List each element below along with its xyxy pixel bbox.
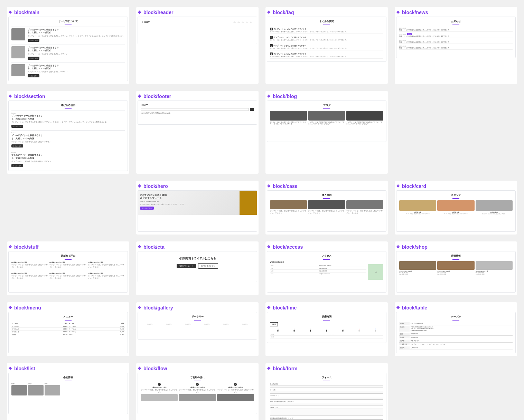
block-header-item[interactable]: ❖ block/header UIKIT ataratarataratarata… xyxy=(136,7,259,84)
block-card-label: ❖ block/stuff xyxy=(7,241,129,251)
block-time-label: ❖ block/time xyxy=(265,302,388,312)
block-access-preview: アクセス WEB-UIKIT本町店 住所〒123-0000 大阪市... TEL… xyxy=(267,251,386,293)
block-case-item[interactable]: ❖ block/case 導入事例 テンプレートは、初心者でも使える易しいデザイ… xyxy=(265,181,388,235)
block-time-preview: 診療時間 UIKIT 月 火 水 木 金 土 日 xyxy=(267,312,386,343)
block-flow-label: ❖ block/flow xyxy=(136,363,259,373)
block-cta-item[interactable]: ❖ block/cta 7日間無料トライアルはこちら 資料ダウンロード お問合せ… xyxy=(136,241,259,295)
block-card-preview: 選ばれる理由 01.最適なターゲット設定 テンプレートは、初心者でも使える易しい… xyxy=(8,251,128,293)
block-form-label: ❖ block/form xyxy=(265,363,388,373)
block-stuff-label: ❖ block/card xyxy=(395,181,517,190)
block-news-item[interactable]: ❖ block/news お知らせ 2020.00.00 情報・サービスの情報の… xyxy=(395,7,517,84)
diamond-icon: ❖ xyxy=(8,10,12,15)
block-main-item[interactable]: ❖ block/main サービスについて プロのデザイナーに依頼するよりも、大… xyxy=(7,7,129,84)
block-section-item[interactable]: ❖ block/section 選ばれる理由 feature. プロのデザイナー… xyxy=(7,91,129,174)
block-list-preview: 会社情報 情報1 情報2 情報3 xyxy=(8,373,128,414)
block-time-item[interactable]: ❖ block/time 診療時間 UIKIT 月 火 水 木 金 土 xyxy=(265,302,388,356)
block-blog-preview: ブログ テンプレートは、初心者でも使える易しいデザイン、テキスト、タイプ、デザイ… xyxy=(267,101,386,142)
block-header-preview: UIKIT atarataratarataratar xyxy=(138,17,257,44)
block-flow-preview: ご利用の流れ 1 1.最適なターゲット設定 テンプレートは、初心者でも使える易し… xyxy=(138,373,257,414)
block-form-preview: フォーム お名前(必須) ふりがな メールアドレス お問い合わせ内容を選択してく… xyxy=(267,373,386,420)
block-menu-item[interactable]: ❖ block/menu メニュー メニュー 税込 メニュー 税込 アイテム名¥… xyxy=(7,302,129,356)
block-shop-preview: 店舗情報 スーパーUIキット店 TEL: 012-345-678営業: 00:0… xyxy=(396,251,516,293)
block-menu-label: ❖ block/menu xyxy=(7,302,129,312)
block-hero-item[interactable]: ❖ block/hero あなたのビジネスを成功させるテンプレート HTML5/… xyxy=(136,181,259,235)
block-gallery-preview: ギャラリー LOGO LOGO LOGO LOGO LOGO LOGO xyxy=(138,312,257,340)
block-header-label: ❖ block/header xyxy=(136,7,259,17)
block-hero-label: ❖ block/hero xyxy=(136,181,259,190)
block-section-preview: 選ばれる理由 feature. プロのデザイナーに依頼するよりも、大幅にコストを… xyxy=(8,101,128,171)
block-blog-label: ❖ block/blog xyxy=(265,91,388,101)
block-footer-item[interactable]: ❖ block/footer UIKIT copyright © UIKIT A… xyxy=(136,91,259,174)
block-case-label: ❖ block/case xyxy=(265,181,388,190)
block-faq-preview: よくある質問 Q テンプレートはどのように使うのですか？ テンプレートは、初心者… xyxy=(267,17,386,62)
block-cta-label: ❖ block/cta xyxy=(136,241,259,251)
block-hero-preview: あなたのビジネスを成功させるテンプレート HTML5/CSS EASY TEMP… xyxy=(138,190,257,232)
block-list-label: ❖ block/list xyxy=(7,363,129,373)
block-table-preview: テーブル 会社名 ウェブ・UI株式会社 所在地 〒123-0000 大阪市〇〇区… xyxy=(396,312,516,353)
block-news-label: ❖ block/news xyxy=(395,7,517,17)
block-section-label: ❖ block/section xyxy=(7,91,129,101)
block-table-label: ❖ block/table xyxy=(395,302,517,312)
block-access-item[interactable]: ❖ block/access アクセス WEB-UIKIT本町店 住所〒123-… xyxy=(265,241,388,295)
block-gallery-item[interactable]: ❖ block/gallery ギャラリー LOGO LOGO LOGO LOG… xyxy=(136,302,259,356)
block-footer-label: ❖ block/footer xyxy=(136,91,259,101)
block-stuff-item[interactable]: ❖ block/card スタッフ ui社名 名前 テンプレートは、初心者でも使… xyxy=(395,181,517,235)
block-access-label: ❖ block/access xyxy=(265,241,388,251)
block-shop-item[interactable]: ❖ block/shop 店舗情報 スーパーUIキット店 TEL: 012-34… xyxy=(395,241,517,295)
block-card-item[interactable]: ❖ block/stuff 選ばれる理由 01.最適なターゲット設定 テンプレー… xyxy=(7,241,129,295)
block-blog-item[interactable]: ❖ block/blog ブログ テンプレートは、初心者でも使える易しいデザイン… xyxy=(265,91,388,174)
block-gallery-label: ❖ block/gallery xyxy=(136,302,259,312)
block-main-preview: サービスについて プロのデザイナーに依頼するよりも、大幅にコストを削減 テンプレ… xyxy=(8,17,128,81)
block-faq-item[interactable]: ❖ block/faq よくある質問 Q テンプレートはどのように使うのですか？… xyxy=(265,7,388,84)
block-form-item[interactable]: ❖ block/form フォーム お名前(必須) ふりがな メールアドレス お… xyxy=(265,363,388,420)
block-table-item[interactable]: ❖ block/table テーブル 会社名 ウェブ・UI株式会社 所在地 〒1… xyxy=(395,302,517,356)
block-footer-preview: UIKIT copyright © UIKIT All Rights Reser… xyxy=(138,101,257,125)
block-shop-label: ❖ block/shop xyxy=(395,241,517,251)
block-cta-preview: 7日間無料トライアルはこちら 資料ダウンロード お問合せはこちら xyxy=(138,251,257,282)
block-stuff-preview: スタッフ ui社名 名前 テンプレートは、初心者でも使える易しいデザイン ui社… xyxy=(396,190,516,232)
block-faq-label: ❖ block/faq xyxy=(265,7,388,17)
block-case-preview: 導入事例 テンプレートは、初心者でも使える易しいデザイン、テキスト テンプレート… xyxy=(267,190,386,232)
block-main-label: ❖ block/main xyxy=(7,7,129,17)
block-list-item[interactable]: ❖ block/list 会社情報 情報1 情報2 情報3 xyxy=(7,363,129,420)
block-news-preview: お知らせ 2020.00.00 情報・サービスの情報のみを記載します。カテゴリー… xyxy=(396,17,516,58)
block-flow-item[interactable]: ❖ block/flow ご利用の流れ 1 1.最適なターゲット設定 テンプレー… xyxy=(136,363,259,420)
block-menu-preview: メニュー メニュー 税込 メニュー 税込 アイテム名¥4,400アイテム名¥4,… xyxy=(8,312,128,353)
main-grid: ❖ block/main サービスについて プロのデザイナーに依頼するよりも、大… xyxy=(7,7,517,420)
